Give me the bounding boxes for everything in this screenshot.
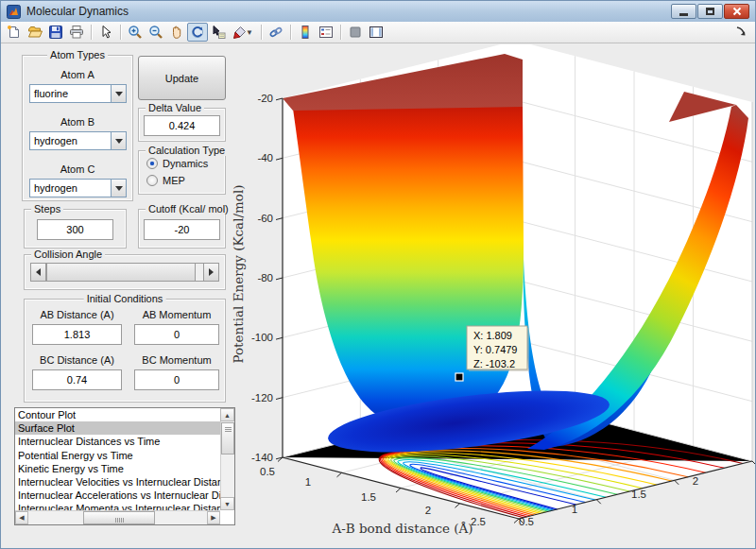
app-window: Molecular Dynamics bbox=[0, 0, 756, 549]
svg-text:1.5: 1.5 bbox=[631, 489, 646, 500]
ab-momentum-label: AB Momentum bbox=[134, 309, 219, 320]
bc-distance-input[interactable]: 0.74 bbox=[32, 369, 122, 390]
initial-conditions-panel: Initial Conditions AB Distance (A) AB Mo… bbox=[24, 299, 226, 403]
toolbar-separator bbox=[340, 25, 341, 40]
slider-thumb[interactable] bbox=[46, 264, 196, 281]
list-item[interactable]: Kinetic Energy vs Time bbox=[15, 462, 220, 475]
surface-plateau bbox=[283, 54, 523, 111]
title-bar[interactable]: Molecular Dynamics bbox=[1, 1, 755, 22]
mep-radio[interactable]: MEP bbox=[146, 175, 185, 186]
link-plots-button[interactable] bbox=[266, 23, 286, 42]
bc-momentum-input[interactable]: 0 bbox=[134, 369, 219, 390]
chevron-down-icon[interactable] bbox=[111, 180, 126, 197]
link-chain-icon bbox=[268, 25, 284, 40]
cursor-tool-button[interactable] bbox=[95, 23, 116, 42]
scroll-left-icon[interactable]: ◀ bbox=[15, 511, 28, 524]
zoom-out-icon bbox=[148, 25, 163, 40]
bc-distance-label: BC Distance (A) bbox=[32, 354, 122, 366]
minimize-button[interactable] bbox=[671, 4, 696, 19]
scroll-up-icon[interactable]: ▲ bbox=[220, 408, 234, 421]
toolbar-separator bbox=[120, 25, 121, 40]
atom-c-label: Atom C bbox=[23, 163, 132, 175]
insert-colorbar-button[interactable] bbox=[295, 23, 316, 42]
zoom-out-button[interactable] bbox=[146, 23, 166, 42]
atom-a-dropdown[interactable]: fluorine bbox=[29, 84, 127, 103]
initial-conditions-title: Initial Conditions bbox=[84, 293, 166, 304]
open-folder-icon bbox=[27, 25, 43, 40]
svg-text:Y: 0.7479: Y: 0.7479 bbox=[473, 344, 518, 355]
toolbar-separator bbox=[290, 25, 291, 40]
cutoff-title: Cutoff (Kcal/ mol) bbox=[146, 203, 232, 214]
maximize-icon bbox=[706, 8, 714, 15]
vertical-scrollbar[interactable]: ▲ ▼ bbox=[220, 408, 234, 510]
mep-label: MEP bbox=[163, 175, 185, 186]
slider-right-arrow[interactable] bbox=[203, 264, 218, 281]
datatip-marker[interactable] bbox=[455, 373, 463, 381]
close-button[interactable] bbox=[724, 4, 749, 19]
scroll-right-icon[interactable]: ▶ bbox=[207, 511, 220, 524]
ab-momentum-input[interactable]: 0 bbox=[134, 324, 219, 345]
svg-text:-20: -20 bbox=[257, 93, 273, 104]
atom-types-panel: Atom Types Atom A fluorine Atom B hydrog… bbox=[22, 55, 133, 201]
svg-text:X: 1.809: X: 1.809 bbox=[473, 330, 512, 341]
zoom-in-button[interactable] bbox=[125, 23, 146, 42]
atom-b-dropdown[interactable]: hydrogen bbox=[29, 131, 127, 150]
hide-plot-tools-button[interactable] bbox=[345, 23, 366, 42]
atom-c-value: hydrogen bbox=[34, 182, 77, 194]
new-file-button[interactable] bbox=[4, 23, 25, 42]
atom-types-title: Atom Types bbox=[47, 49, 108, 60]
datatip[interactable]: X: 1.809 Y: 0.7479 Z: -103.2 bbox=[467, 326, 529, 371]
window-controls bbox=[671, 4, 749, 19]
chevron-down-icon[interactable] bbox=[111, 132, 126, 149]
scroll-down-icon[interactable]: ▼ bbox=[220, 497, 234, 510]
slider-left-arrow[interactable] bbox=[31, 264, 46, 281]
maximize-button[interactable] bbox=[697, 4, 723, 19]
list-item[interactable]: Internuclear Velocities vs Internuclear … bbox=[15, 475, 220, 489]
ab-distance-input[interactable]: 1.813 bbox=[32, 324, 122, 345]
matlab-app-icon bbox=[7, 5, 21, 19]
update-button[interactable]: Update bbox=[138, 56, 226, 100]
z-tick-labels: -20 -40 -60 -80 -100 -120 -140 bbox=[251, 93, 273, 463]
dock-figure-icon[interactable] bbox=[734, 25, 747, 38]
list-item[interactable]: Potential Energy vs Time bbox=[15, 449, 220, 462]
minimize-icon bbox=[679, 13, 688, 16]
cutoff-input[interactable]: -20 bbox=[144, 219, 220, 240]
steps-input[interactable]: 300 bbox=[37, 219, 113, 240]
insert-legend-button[interactable] bbox=[316, 23, 336, 42]
data-cursor-icon bbox=[211, 25, 226, 40]
svg-text:1: 1 bbox=[572, 504, 577, 515]
list-item[interactable]: Internuclear Distances vs Time bbox=[15, 435, 220, 448]
delta-value-input[interactable]: 0.424 bbox=[144, 115, 220, 136]
surface-plot[interactable]: -20 -40 -60 -80 -100 -120 -140 0.5 1 1.5… bbox=[242, 44, 756, 549]
brush-data-button[interactable]: ▼ bbox=[229, 23, 257, 42]
window-title: Molecular Dynamics bbox=[26, 5, 129, 18]
plot-type-listbox[interactable]: Contour PlotSurface PlotInternuclear Dis… bbox=[14, 407, 235, 525]
dropdown-caret-icon: ▼ bbox=[246, 28, 253, 37]
pan-tool-button[interactable] bbox=[166, 23, 187, 42]
list-item[interactable]: Surface Plot bbox=[15, 421, 220, 435]
show-plot-tools-button[interactable] bbox=[366, 23, 387, 42]
horizontal-scroll-thumb[interactable] bbox=[83, 511, 155, 524]
save-icon bbox=[48, 25, 63, 40]
main-content: Potential Energy (Kcal/mol) bbox=[1, 43, 755, 548]
calculation-type-title: Calculation Type bbox=[146, 145, 228, 156]
close-icon bbox=[732, 7, 742, 16]
toolbar-separator bbox=[261, 25, 262, 40]
vertical-scroll-thumb[interactable] bbox=[221, 422, 234, 455]
print-button[interactable] bbox=[66, 23, 87, 42]
pan-hand-icon bbox=[169, 25, 184, 40]
collision-angle-slider[interactable] bbox=[30, 263, 219, 282]
chevron-down-icon[interactable] bbox=[111, 85, 126, 102]
horizontal-scrollbar[interactable]: ◀ ▶ bbox=[15, 510, 220, 524]
open-file-button[interactable] bbox=[25, 23, 45, 42]
list-item[interactable]: Contour Plot bbox=[15, 408, 220, 421]
list-item[interactable]: Internuclear Accelerations vs Internucle… bbox=[15, 489, 220, 502]
list-item[interactable]: Internuclear Momenta vs Internuclear Dis… bbox=[15, 502, 220, 510]
collision-angle-title: Collision Angle bbox=[31, 249, 105, 260]
atom-c-dropdown[interactable]: hydrogen bbox=[29, 179, 127, 197]
data-cursor-button[interactable] bbox=[208, 23, 229, 42]
save-button[interactable] bbox=[45, 23, 66, 42]
rotate-3d-button[interactable] bbox=[187, 23, 208, 42]
steps-panel: Steps 300 bbox=[24, 209, 127, 249]
dynamics-radio[interactable]: Dynamics bbox=[146, 158, 208, 169]
